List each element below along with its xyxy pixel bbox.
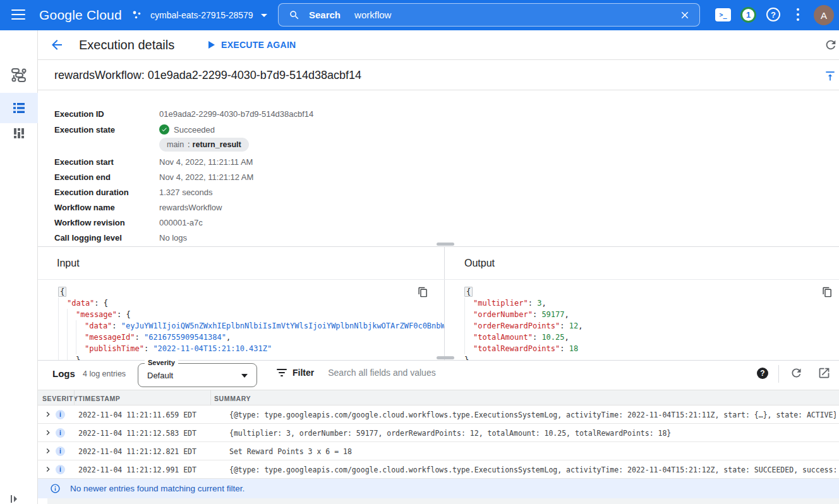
output-panel-title: Output bbox=[464, 258, 495, 269]
page-title: Execution details bbox=[79, 38, 174, 52]
search-query: workflow bbox=[354, 9, 391, 20]
search-label: Search bbox=[309, 9, 341, 20]
expand-chevron-icon[interactable] bbox=[43, 446, 53, 456]
logs-refresh-button[interactable] bbox=[790, 366, 803, 380]
copy-output-button[interactable] bbox=[822, 287, 833, 298]
logs-filter: Filter bbox=[276, 368, 631, 378]
divider bbox=[38, 90, 839, 90]
expand-panel-icon[interactable] bbox=[10, 495, 21, 503]
google-cloud-logo[interactable]: Google Cloud bbox=[39, 8, 122, 23]
log-row[interactable]: i 2022-11-04 11:21:12.583 EDT {multiplie… bbox=[38, 424, 839, 442]
step-chip[interactable]: main : return_result bbox=[159, 138, 249, 152]
no-newer-entries-banner: No newer entries found matching current … bbox=[38, 479, 839, 498]
log-entries-count: 4 log entries bbox=[83, 369, 126, 378]
search-input[interactable]: Search workflow bbox=[278, 3, 700, 27]
banner-text: No newer entries found matching current … bbox=[70, 484, 244, 493]
chevron-down-icon bbox=[241, 374, 248, 378]
gcp-console: Google Cloud cymbal-eats-27915-28579 Sea… bbox=[0, 0, 839, 504]
log-timestamp: 2022-11-04 11:21:12.583 EDT bbox=[78, 429, 196, 438]
search-icon bbox=[289, 9, 300, 21]
log-summary: Set Reward Points 3 x 6 = 18 bbox=[229, 447, 836, 456]
expand-chevron-icon[interactable] bbox=[43, 409, 53, 419]
left-nav-rail bbox=[0, 30, 38, 504]
log-timestamp: 2022-11-04 11:21:12.991 EDT bbox=[78, 465, 196, 474]
severity-select-label: Severity bbox=[145, 359, 178, 366]
execution-state: Succeeded bbox=[159, 124, 215, 135]
column-severity: SEVERITY bbox=[42, 395, 78, 402]
log-row[interactable]: i 2022-11-04 11:21:12.821 EDT Set Reward… bbox=[38, 442, 839, 460]
execution-title: rewardsWorkflow: 01e9ada2-2299-4030-b7d9… bbox=[54, 69, 361, 82]
input-panel-title: Input bbox=[57, 258, 80, 269]
filter-icon bbox=[276, 368, 287, 377]
severity-selected-value: Default bbox=[147, 371, 173, 380]
project-picker[interactable]: cymbal-eats-27915-28579 bbox=[130, 0, 267, 30]
detail-value: rewardsWorkflow bbox=[159, 203, 222, 212]
expand-chevron-icon[interactable] bbox=[43, 428, 53, 438]
info-severity-icon: i bbox=[56, 447, 65, 456]
detail-value: Nov 4, 2022, 11:21:12 AM bbox=[159, 172, 253, 182]
detail-label: Execution state bbox=[54, 125, 155, 135]
expand-chevron-icon[interactable] bbox=[43, 464, 53, 474]
input-code[interactable]: {"data": {"message": {"data": "eyJuYW1lI… bbox=[38, 280, 444, 360]
resize-handle[interactable] bbox=[437, 243, 454, 246]
cloud-shell-icon[interactable]: >_ bbox=[715, 8, 731, 21]
logs-help-icon[interactable]: ? bbox=[757, 368, 768, 379]
logs-search-input[interactable] bbox=[328, 368, 631, 378]
column-summary: SUMMARY bbox=[214, 395, 251, 402]
refresh-button[interactable] bbox=[824, 38, 838, 52]
log-summary: {@type: type.googleapis.com/google.cloud… bbox=[229, 411, 836, 419]
top-app-bar: Google Cloud cymbal-eats-27915-28579 Sea… bbox=[0, 0, 839, 30]
detail-value: No logs bbox=[159, 233, 187, 243]
more-options-icon[interactable] bbox=[797, 8, 799, 23]
project-name: cymbal-eats-27915-28579 bbox=[150, 10, 253, 20]
info-icon bbox=[50, 483, 61, 494]
resize-handle[interactable] bbox=[437, 356, 454, 359]
project-icon bbox=[130, 8, 144, 22]
scroll-strip bbox=[47, 498, 839, 504]
info-severity-icon: i bbox=[56, 428, 65, 438]
success-check-icon bbox=[159, 124, 169, 135]
nav-metrics-icon[interactable] bbox=[0, 118, 38, 148]
severity-select[interactable]: Severity Default bbox=[138, 363, 257, 387]
detail-value: 000001-a7c bbox=[159, 218, 203, 227]
detail-value: Nov 4, 2022, 11:21:11 AM bbox=[159, 157, 253, 167]
log-timestamp: 2022-11-04 11:21:11.659 EDT bbox=[78, 411, 196, 419]
back-button[interactable] bbox=[49, 37, 64, 52]
copy-input-button[interactable] bbox=[418, 287, 429, 298]
filter-label: Filter bbox=[293, 368, 314, 378]
detail-label: Execution end bbox=[54, 172, 155, 182]
nav-workflow-icon[interactable] bbox=[0, 60, 38, 90]
detail-label: Execution ID bbox=[54, 109, 155, 119]
log-summary: {@type: type.googleapis.com/google.cloud… bbox=[229, 465, 836, 474]
collapse-details-icon[interactable] bbox=[824, 69, 836, 82]
info-severity-icon: i bbox=[56, 465, 65, 474]
detail-label: Execution start bbox=[54, 157, 155, 167]
detail-label: Execution duration bbox=[54, 188, 155, 197]
menu-icon[interactable] bbox=[11, 9, 25, 21]
log-timestamp: 2022-11-04 11:21:12.821 EDT bbox=[78, 447, 196, 456]
output-code[interactable]: {"multiplier": 3,"orderNumber": 59177,"o… bbox=[444, 280, 839, 360]
clear-search-icon[interactable] bbox=[679, 9, 691, 21]
detail-label: Call logging level bbox=[54, 233, 155, 243]
logs-title: Logs bbox=[52, 368, 75, 379]
open-in-new-button[interactable] bbox=[818, 366, 831, 380]
column-timestamp: TIMESTAMP bbox=[78, 395, 120, 402]
log-row[interactable]: i 2022-11-04 11:21:11.659 EDT {@type: ty… bbox=[38, 405, 839, 424]
detail-value: 01e9ada2-2299-4030-b7d9-514d38acbf14 bbox=[159, 109, 313, 119]
notifications-badge[interactable]: 1 bbox=[740, 7, 756, 23]
chevron-down-icon bbox=[261, 14, 267, 17]
detail-label: Workflow name bbox=[54, 203, 155, 212]
divider bbox=[778, 365, 779, 383]
play-icon bbox=[208, 41, 215, 49]
log-summary: {multiplier: 3, orderNumber: 59177, orde… bbox=[229, 429, 836, 438]
log-row[interactable]: i 2022-11-04 11:21:12.991 EDT {@type: ty… bbox=[38, 460, 839, 479]
detail-label: Workflow revision bbox=[54, 218, 155, 227]
detail-value: 1.327 seconds bbox=[159, 188, 213, 197]
help-icon[interactable]: ? bbox=[766, 8, 780, 21]
info-severity-icon: i bbox=[56, 410, 65, 419]
avatar[interactable]: A bbox=[814, 5, 834, 25]
divider bbox=[38, 59, 839, 60]
divider bbox=[38, 246, 839, 247]
log-table-header: SEVERITY TIMESTAMP SUMMARY bbox=[38, 390, 839, 405]
execute-again-button[interactable]: EXECUTE AGAIN bbox=[208, 36, 296, 54]
